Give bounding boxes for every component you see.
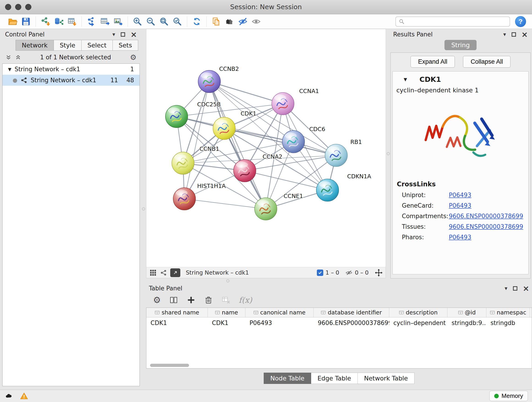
network-collection-row[interactable]: ▼ String Network – cdk1 1 bbox=[2, 64, 139, 75]
panel-menu-icon[interactable]: ▾ bbox=[503, 32, 506, 37]
import-network-database-button[interactable] bbox=[52, 15, 65, 28]
import-network-file-button[interactable] bbox=[39, 15, 52, 28]
delete-column-trash-icon[interactable] bbox=[204, 295, 213, 305]
crosslink-tissues-link[interactable]: 9606.ENSP00000378699 bbox=[449, 223, 523, 230]
show-columns-icon[interactable] bbox=[169, 295, 178, 305]
node-CDKN1A[interactable]: CDKN1A bbox=[317, 173, 371, 201]
column-header-database-identifier[interactable]: database identifier bbox=[314, 308, 389, 317]
tab-edge-table[interactable]: Edge Table bbox=[311, 373, 358, 384]
column-header-description[interactable]: description bbox=[389, 308, 447, 317]
detach-view-button[interactable] bbox=[170, 268, 180, 277]
panel-close-icon[interactable]: × bbox=[131, 32, 137, 37]
zoom-selected-button[interactable] bbox=[171, 15, 184, 28]
cell-canonical-name[interactable]: P06493 bbox=[245, 317, 314, 328]
zoom-in-button[interactable] bbox=[131, 15, 144, 28]
table-row[interactable]: CDK1CDK1P064939606.ENSP00000378699cyclin… bbox=[146, 317, 532, 328]
zoom-window-button[interactable] bbox=[25, 4, 32, 10]
collapse-section-icon[interactable]: ▼ bbox=[404, 77, 407, 82]
save-session-button[interactable] bbox=[19, 15, 32, 28]
column-header-canonical-name[interactable]: canonical name bbox=[245, 308, 314, 317]
tree-expand-icon[interactable]: ▼ bbox=[8, 67, 12, 72]
panel-float-icon[interactable] bbox=[512, 32, 516, 37]
tab-string[interactable]: String bbox=[444, 40, 477, 50]
import-table-file-button[interactable] bbox=[65, 15, 79, 28]
table-settings-gear-icon[interactable]: ⚙ bbox=[153, 295, 161, 305]
cloud-status-button[interactable] bbox=[4, 392, 13, 400]
export-image-button[interactable] bbox=[111, 15, 125, 28]
panel-close-icon[interactable]: × bbox=[521, 32, 528, 37]
close-window-button[interactable] bbox=[5, 4, 11, 10]
zoom-fit-button[interactable] bbox=[157, 15, 171, 28]
edge-HIST1H1A-CCNE1[interactable] bbox=[184, 199, 266, 209]
crosslink-pharos-link[interactable]: P06493 bbox=[449, 234, 471, 241]
crosslink-row: Tissues:9606.ENSP00000378699 bbox=[393, 221, 528, 232]
crosslink-genecard-link[interactable]: P06493 bbox=[449, 202, 471, 209]
tab-network[interactable]: Network bbox=[16, 40, 54, 51]
column-header-namespac[interactable]: namespac bbox=[486, 308, 530, 317]
tab-network-table[interactable]: Network Table bbox=[358, 373, 414, 384]
edge-CCNA2-CDKN1A[interactable] bbox=[245, 171, 327, 190]
cell-@id[interactable]: stringdb:9... bbox=[447, 317, 486, 328]
edge-CCNB2-HIST1H1A[interactable] bbox=[184, 82, 209, 199]
node-HIST1H1A[interactable]: HIST1H1A bbox=[173, 183, 226, 210]
splitter-handle[interactable] bbox=[142, 207, 145, 211]
expand-all-icon[interactable] bbox=[15, 54, 21, 60]
open-session-button[interactable] bbox=[6, 15, 19, 28]
edge-CCNB2-CCNA1[interactable] bbox=[209, 82, 283, 104]
refresh-button[interactable] bbox=[190, 15, 203, 28]
help-button[interactable]: ? bbox=[515, 16, 526, 27]
cell-namespac[interactable]: stringdb bbox=[486, 317, 530, 328]
column-header-shared-name[interactable]: shared name bbox=[146, 308, 208, 317]
panel-float-icon[interactable] bbox=[513, 286, 517, 291]
new-table-button[interactable] bbox=[98, 15, 111, 28]
panel-float-icon[interactable] bbox=[121, 32, 125, 37]
splitter-handle[interactable] bbox=[226, 279, 229, 282]
edge-CCNB2-CCNE1[interactable] bbox=[209, 82, 266, 209]
hide-panel-button[interactable] bbox=[236, 15, 249, 28]
zoom-out-button[interactable] bbox=[144, 15, 157, 28]
panel-menu-icon[interactable]: ▾ bbox=[505, 286, 507, 291]
clone-network-button[interactable] bbox=[85, 15, 98, 28]
collapse-all-icon[interactable] bbox=[6, 54, 12, 60]
horizontal-scrollbar[interactable] bbox=[150, 364, 189, 367]
show-panel-button[interactable] bbox=[249, 15, 263, 28]
crosslink-compartments-link[interactable]: 9606.ENSP00000378699 bbox=[449, 213, 523, 220]
function-builder-icon[interactable]: f(x) bbox=[239, 295, 252, 305]
cell-shared-name[interactable]: CDK1 bbox=[146, 317, 208, 328]
node-CCNA1[interactable]: CCNA1 bbox=[272, 88, 319, 115]
tab-sets[interactable]: Sets bbox=[113, 40, 138, 51]
search-input[interactable] bbox=[406, 18, 507, 25]
crosslink-uniprot-link[interactable]: P06493 bbox=[449, 191, 471, 198]
node-CCNE1[interactable]: CCNE1 bbox=[254, 193, 303, 220]
node-RB1[interactable]: RB1 bbox=[325, 139, 362, 167]
collapse-all-button[interactable]: Collapse All bbox=[463, 56, 510, 68]
grid-view-icon[interactable] bbox=[149, 269, 157, 277]
cell-database-identifier[interactable]: 9606.ENSP00000378699 bbox=[314, 317, 389, 328]
memory-button[interactable]: Memory bbox=[489, 391, 528, 401]
crosslink-row: Uniprot:P06493 bbox=[393, 190, 528, 200]
panel-menu-icon[interactable]: ▾ bbox=[112, 32, 115, 37]
home-view-button[interactable] bbox=[223, 15, 236, 28]
expand-all-button[interactable]: Expand All bbox=[411, 56, 455, 68]
minimize-window-button[interactable] bbox=[15, 4, 21, 10]
splitter-handle[interactable] bbox=[387, 152, 390, 155]
network-row-selected[interactable]: ● String Network – cdk1 11 48 bbox=[2, 75, 139, 86]
network-share-icon[interactable] bbox=[160, 269, 167, 276]
warnings-button[interactable] bbox=[20, 392, 28, 400]
network-options-gear-icon[interactable]: ⚙ bbox=[130, 53, 137, 62]
network-graph[interactable]: CCNB2CCNA1CDC25BCDK1CDC6RB1CCNB1CCNA2CDK… bbox=[146, 29, 386, 267]
tab-style[interactable]: Style bbox=[54, 40, 82, 51]
cell-description[interactable]: cyclin–dependent ... bbox=[389, 317, 447, 328]
copy-button[interactable] bbox=[210, 15, 223, 28]
panel-close-icon[interactable]: × bbox=[523, 286, 530, 291]
tab-node-table[interactable]: Node Table bbox=[264, 373, 311, 384]
tab-select[interactable]: Select bbox=[82, 40, 113, 51]
add-column-icon[interactable] bbox=[186, 295, 196, 305]
delete-table-icon-disabled bbox=[221, 295, 230, 305]
column-header-@id[interactable]: @id bbox=[447, 308, 486, 317]
column-header-name[interactable]: name bbox=[208, 308, 245, 317]
pan-move-icon[interactable] bbox=[375, 269, 383, 277]
network-view-canvas[interactable]: CCNB2CCNA1CDC25BCDK1CDC6RB1CCNB1CCNA2CDK… bbox=[146, 29, 386, 267]
node-CDC6[interactable]: CDC6 bbox=[282, 126, 325, 153]
cell-name[interactable]: CDK1 bbox=[208, 317, 245, 328]
